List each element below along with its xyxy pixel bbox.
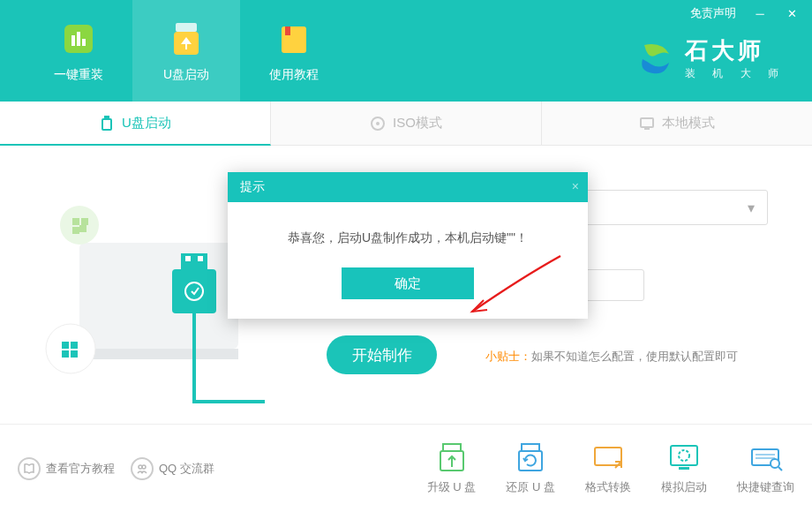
ok-button[interactable]: 确定 xyxy=(342,267,474,299)
tab-label: 一键重装 xyxy=(54,67,103,83)
subtab-local[interactable]: 本地模式 xyxy=(542,102,812,146)
usb-boot-icon xyxy=(167,19,206,58)
svg-rect-21 xyxy=(198,256,203,261)
official-tutorial-link[interactable]: 查看官方教程 xyxy=(18,457,115,480)
svg-rect-2 xyxy=(77,32,80,46)
svg-rect-20 xyxy=(185,256,191,261)
tip-label: 小贴士： xyxy=(485,350,531,363)
success-dialog: 提示 × 恭喜您，启动U盘制作成功，本机启动键""！ 确定 xyxy=(228,172,588,319)
minimize-icon[interactable]: ─ xyxy=(752,7,768,20)
svg-rect-27 xyxy=(522,444,539,451)
dialog-message: 恭喜您，启动U盘制作成功，本机启动键""！ xyxy=(228,202,588,267)
footer: 查看官方教程 QQ 交流群 升级 U 盘 还原 U 盘 格式转换 模拟启动 快捷… xyxy=(0,424,812,512)
keyboard-search-icon xyxy=(748,442,784,472)
qq-group-link[interactable]: QQ 交流群 xyxy=(131,457,214,480)
upgrade-usb-button[interactable]: 升级 U 盘 xyxy=(427,442,477,495)
action-label: 还原 U 盘 xyxy=(506,479,555,495)
action-label: 快捷键查询 xyxy=(737,479,794,495)
svg-rect-3 xyxy=(82,39,86,46)
brand-subtitle: 装 机 大 师 xyxy=(685,66,786,81)
svg-point-16 xyxy=(60,206,99,245)
dialog-close-icon[interactable]: × xyxy=(572,179,579,193)
svg-point-32 xyxy=(679,450,689,461)
link-label: 查看官方教程 xyxy=(46,461,115,477)
link-label: QQ 交流群 xyxy=(159,461,214,477)
people-icon xyxy=(131,457,154,480)
header-tabs: 一键重装 U盘启动 使用教程 xyxy=(0,0,348,102)
svg-rect-18 xyxy=(172,269,216,313)
chevron-down-icon: ▾ xyxy=(748,200,755,216)
svg-rect-4 xyxy=(176,23,197,32)
svg-rect-30 xyxy=(671,446,697,465)
format-convert-button[interactable]: 格式转换 xyxy=(585,442,631,495)
dialog-header: 提示 × xyxy=(228,172,588,202)
svg-rect-1 xyxy=(71,35,75,46)
svg-rect-31 xyxy=(679,467,689,470)
action-label: 格式转换 xyxy=(585,479,631,495)
subtab-label: U盘启动 xyxy=(122,115,171,132)
close-icon[interactable]: ✕ xyxy=(784,7,800,20)
svg-point-36 xyxy=(771,459,779,468)
brand: 石大师 装 机 大 师 xyxy=(635,35,786,81)
svg-rect-12 xyxy=(641,118,653,127)
svg-point-24 xyxy=(142,465,146,469)
convert-icon xyxy=(590,442,626,472)
brand-title: 石大师 xyxy=(685,35,786,66)
tab-reinstall[interactable]: 一键重装 xyxy=(25,0,132,102)
start-button[interactable]: 开始制作 xyxy=(327,335,437,374)
svg-line-37 xyxy=(778,467,782,471)
header: 一键重装 U盘启动 使用教程 免责声明 ─ ✕ 石大师 装 机 大 师 xyxy=(0,0,812,102)
svg-rect-13 xyxy=(644,128,650,130)
subtabs: U盘启动 ISO模式 本地模式 xyxy=(0,102,812,146)
dialog-title: 提示 xyxy=(240,179,265,195)
action-label: 模拟启动 xyxy=(661,479,707,495)
subtab-usb[interactable]: U盘启动 xyxy=(0,102,271,146)
usb-icon xyxy=(99,115,115,131)
svg-rect-15 xyxy=(79,349,238,359)
action-label: 升级 U 盘 xyxy=(427,479,477,495)
svg-point-11 xyxy=(376,122,380,125)
restore-usb-button[interactable]: 还原 U 盘 xyxy=(506,442,555,495)
subtab-label: 本地模式 xyxy=(662,115,715,132)
tab-label: 使用教程 xyxy=(269,67,319,83)
upgrade-icon xyxy=(434,442,470,472)
tab-label: U盘启动 xyxy=(163,67,209,83)
svg-rect-9 xyxy=(102,119,111,130)
simulate-icon xyxy=(666,442,702,472)
reinstall-icon xyxy=(59,19,98,58)
tab-tutorial[interactable]: 使用教程 xyxy=(240,0,348,102)
iso-icon xyxy=(370,116,386,132)
tip-content: 如果不知道怎么配置，使用默认配置即可 xyxy=(531,350,738,363)
simulate-boot-button[interactable]: 模拟启动 xyxy=(661,442,707,495)
tip-text: 小贴士：如果不知道怎么配置，使用默认配置即可 xyxy=(485,349,738,365)
restore-icon xyxy=(513,442,548,472)
monitor-icon xyxy=(639,116,655,132)
svg-rect-7 xyxy=(285,26,290,35)
disclaimer-link[interactable]: 免责声明 xyxy=(690,5,736,21)
svg-rect-28 xyxy=(519,451,542,471)
brand-logo-icon xyxy=(635,38,676,79)
subtab-iso[interactable]: ISO模式 xyxy=(271,102,542,146)
book-icon xyxy=(18,457,41,480)
header-controls: 免责声明 ─ ✕ xyxy=(678,0,812,26)
tab-usb-boot[interactable]: U盘启动 xyxy=(132,0,240,102)
tutorial-icon xyxy=(274,19,313,58)
hotkey-lookup-button[interactable]: 快捷键查询 xyxy=(737,442,794,495)
svg-rect-25 xyxy=(443,444,461,451)
subtab-label: ISO模式 xyxy=(393,115,442,132)
svg-rect-19 xyxy=(181,253,207,271)
